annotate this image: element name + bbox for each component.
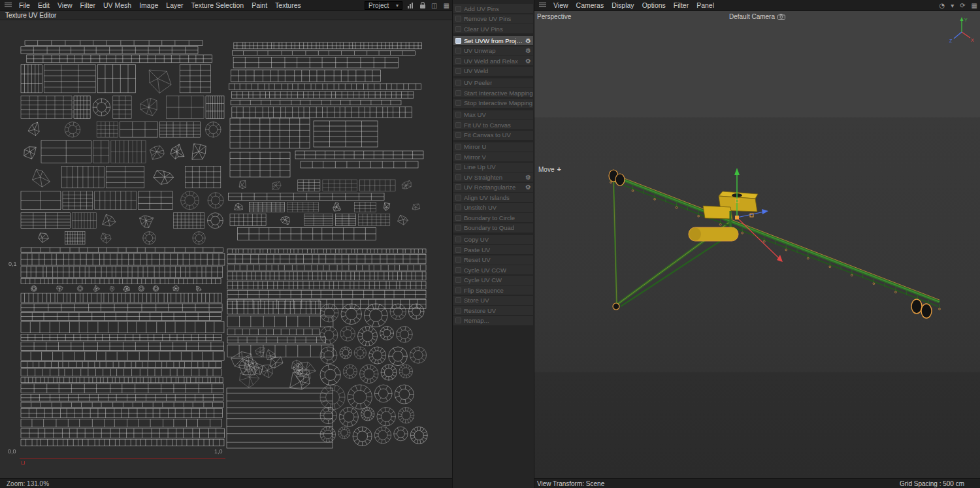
menu-edit[interactable]: Edit <box>34 1 54 9</box>
cmd-uv-weld[interactable]: UV Weld <box>453 67 533 76</box>
cmd-fit-uv-to-canvas[interactable]: Fit UV to Canvas <box>453 120 533 129</box>
peeler-icon <box>455 80 461 86</box>
cmd-mirror-u[interactable]: Mirror U <box>453 142 533 152</box>
cmd-uv-rectangularize[interactable]: UV Rectangularize⚙ <box>453 183 533 192</box>
menu-layer[interactable]: Layer <box>162 1 187 9</box>
layers-icon[interactable]: ◫ <box>431 2 437 9</box>
max-uv-icon <box>455 112 461 118</box>
cmd-unstitch-uv[interactable]: Unstitch UV <box>453 203 533 212</box>
menu-file[interactable]: File <box>15 1 34 9</box>
cmd-align-uv-islands[interactable]: Align UV Islands <box>453 193 533 202</box>
cmd-fit-canvas-to-uv[interactable]: Fit Canvas to UV <box>453 131 533 140</box>
cmd-boundary-to-circle[interactable]: Boundary to Circle <box>453 213 533 222</box>
uv-coord-origin: 0,0 <box>8 448 16 455</box>
cmd-stop-interactive-mapping[interactable]: Stop Interactive Mapping <box>453 99 533 108</box>
svg-text:Y: Y <box>964 18 968 22</box>
menu-filter[interactable]: Filter <box>76 1 99 9</box>
menu-texture-selection[interactable]: Texture Selection <box>188 1 248 9</box>
gear-icon[interactable]: ⚙ <box>525 184 533 191</box>
cmd-remap[interactable]: Remap... <box>453 316 533 325</box>
menu-uv-mesh[interactable]: UV Mesh <box>99 1 135 9</box>
viewport-layout-icon[interactable]: ▦ <box>972 2 977 9</box>
cmd-store-uv[interactable]: Store UV <box>453 296 533 305</box>
cmd-label: Add UV Pins <box>464 5 499 12</box>
panel-title-bar: Texture UV Editor <box>0 11 452 20</box>
cmd-paste-uv[interactable]: Paste UV <box>453 245 533 254</box>
gear-icon[interactable]: ⚙ <box>525 37 533 44</box>
interactive-stop-icon <box>455 100 461 106</box>
cmd-flip-sequence[interactable]: Flip Sequence <box>453 285 533 295</box>
cmd-line-up-uv[interactable]: Line Up UV <box>453 163 533 172</box>
rectangularize-icon <box>455 184 461 190</box>
cmd-cycle-uv-cw[interactable]: Cycle UV CW <box>453 276 533 285</box>
cmd-reset-uv[interactable]: Reset UV <box>453 255 533 265</box>
uv-command-group: Max UVFit UV to CanvasFit Canvas to UV <box>453 110 534 140</box>
pin-remove-icon <box>455 16 461 22</box>
cmd-clear-uv-pins[interactable]: Clear UV Pins <box>453 24 533 33</box>
uv-command-group: UV PeelerStart Interactive MappingStop I… <box>453 78 534 108</box>
vp-menu-view[interactable]: View <box>549 1 572 9</box>
cmd-max-uv[interactable]: Max UV <box>453 110 533 120</box>
cmd-label: Fit UV to Canvas <box>464 122 511 129</box>
camera-icon <box>777 14 785 20</box>
viewport-3d[interactable]: Perspective Default Camera Move + <box>534 11 980 478</box>
uv-command-group: Set UVW from Projection⚙UV Unwrap⚙UV Wel… <box>453 36 534 76</box>
histogram-icon[interactable] <box>408 3 414 8</box>
cmd-label: Stop Interactive Mapping <box>464 99 532 106</box>
vp-menu-display[interactable]: Display <box>608 1 638 9</box>
gear-icon[interactable]: ⚙ <box>525 174 533 181</box>
cmd-label: UV Unwrap <box>464 47 496 54</box>
cmd-start-interactive-mapping[interactable]: Start Interactive Mapping <box>453 88 533 97</box>
cmd-uv-unwrap[interactable]: UV Unwrap⚙ <box>453 46 533 56</box>
cmd-label: Flip Sequence <box>464 287 504 294</box>
project-dropdown[interactable]: Project ▾ <box>365 1 402 10</box>
menu-view[interactable]: View <box>54 1 76 9</box>
cmd-set-uvw-from-projection[interactable]: Set UVW from Projection⚙ <box>453 36 533 45</box>
cmd-uv-weld-and-relax[interactable]: UV Weld and Relax⚙ <box>453 56 533 65</box>
chevron-down-icon[interactable]: ▾ <box>951 2 954 9</box>
svg-text:Z: Z <box>949 39 953 43</box>
uv-commands-panel: Add UV PinsRemove UV PinsClear UV PinsSe… <box>453 0 534 488</box>
uv-editor-menu: FileEditViewFilterUV MeshImageLayerTextu… <box>15 1 305 9</box>
view-transform-status: View Transform: Scene <box>537 480 604 487</box>
hamburger-menu-icon[interactable] <box>5 3 12 8</box>
vp-menu-filter[interactable]: Filter <box>670 1 693 9</box>
menu-textures[interactable]: Textures <box>271 1 305 9</box>
cmd-label: Clear UV Pins <box>464 25 503 33</box>
vp-menu-options[interactable]: Options <box>638 1 670 9</box>
cmd-mirror-v[interactable]: Mirror V <box>453 152 533 161</box>
uv-coord-top-left: 0,1 <box>8 261 17 267</box>
cmd-restore-uv[interactable]: Restore UV <box>453 306 533 315</box>
cmd-label: Align UV Islands <box>464 194 510 201</box>
cmd-label: Cycle UV CCW <box>464 267 506 274</box>
gear-icon[interactable]: ⚙ <box>525 47 533 54</box>
cmd-copy-uv[interactable]: Copy UV <box>453 235 533 244</box>
grid-view-icon[interactable]: ▦ <box>444 2 449 9</box>
cmd-remove-uv-pins[interactable]: Remove UV Pins <box>453 14 533 24</box>
cmd-cycle-uv-ccw[interactable]: Cycle UV CCW <box>453 265 533 274</box>
cmd-label: Cycle UV CW <box>464 276 502 284</box>
weld-icon <box>455 68 461 74</box>
vp-menu-panel[interactable]: Panel <box>693 1 718 9</box>
cmd-uv-peeler[interactable]: UV Peeler <box>453 78 533 88</box>
gear-icon[interactable]: ⚙ <box>525 57 533 65</box>
uv-editor-menubar-right: Project ▾ ◫ ▦ <box>365 1 449 10</box>
fit-uv-canvas-icon <box>455 122 461 128</box>
reset-uv-icon <box>455 257 461 263</box>
viewport-menu: ViewCamerasDisplayOptionsFilterPanel <box>549 1 718 9</box>
render-view-icon[interactable]: ◔ <box>939 2 945 9</box>
cmd-add-uv-pins[interactable]: Add UV Pins <box>453 4 533 13</box>
lock-icon[interactable] <box>420 5 425 8</box>
menu-paint[interactable]: Paint <box>248 1 271 9</box>
uv-wireframe-canvas[interactable] <box>0 20 452 478</box>
camera-label[interactable]: Default Camera <box>729 13 785 20</box>
cmd-label: Fit Canvas to UV <box>464 131 511 138</box>
cmd-boundary-to-quad[interactable]: Boundary to Quad <box>453 223 533 233</box>
refresh-icon[interactable]: ⟳ <box>960 2 965 9</box>
vp-menu-cameras[interactable]: Cameras <box>572 1 608 9</box>
menu-image[interactable]: Image <box>135 1 162 9</box>
hamburger-menu-icon[interactable] <box>539 3 546 8</box>
cmd-uv-straighten[interactable]: UV Straighten⚙ <box>453 172 533 182</box>
move-tool-icon: + <box>557 165 561 173</box>
cmd-label: Boundary to Quad <box>464 224 514 231</box>
